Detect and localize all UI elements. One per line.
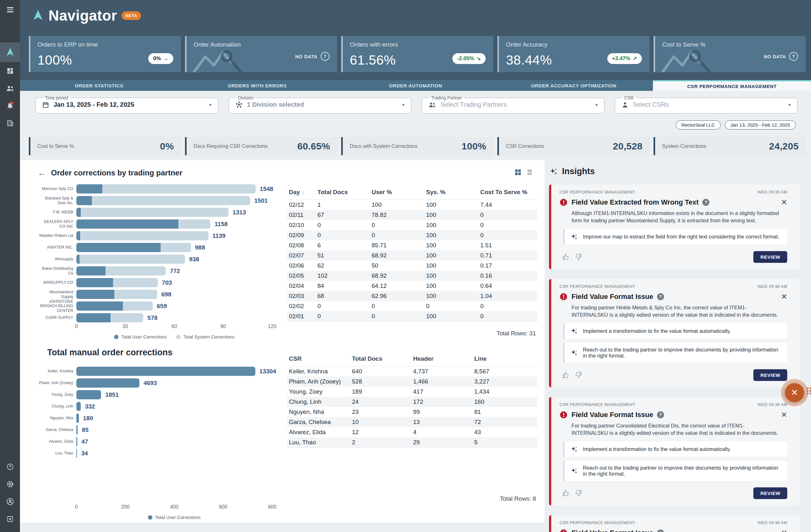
kpi-orders-to-erp[interactable]: Orders to ERP on time 100% 0%→ xyxy=(29,36,181,72)
user-corrections-bar[interactable] xyxy=(76,413,79,423)
table-row[interactable]: Nguyen, Nha 23 99 81 xyxy=(287,407,537,417)
chart-bar-row[interactable]: Winsupply 938 xyxy=(38,253,291,265)
user-corrections-bar[interactable] xyxy=(76,437,77,446)
sidebar-item-navigator[interactable] xyxy=(0,43,20,62)
review-button[interactable]: REVIEW xyxy=(753,251,787,263)
stacked-bar[interactable] xyxy=(76,290,157,299)
stacked-bar[interactable] xyxy=(76,255,185,264)
chart-bar-row[interactable]: Luu, Thao 34 xyxy=(38,448,291,459)
user-corrections-bar[interactable] xyxy=(76,402,81,411)
close-icon[interactable]: ✕ xyxy=(781,411,787,419)
help-icon[interactable]: ? xyxy=(789,52,798,61)
chart-bar-row[interactable]: CARR SUPPLY 578 xyxy=(38,312,291,324)
stacked-bar[interactable] xyxy=(76,266,166,276)
grid-view-icon[interactable] xyxy=(515,169,521,175)
notifications-bell-icon[interactable] xyxy=(0,97,20,114)
column-csr[interactable]: CSR xyxy=(287,355,350,362)
column-user-pct[interactable]: User % xyxy=(370,189,424,196)
chart-bar-row[interactable]: Chung, Linh 332 xyxy=(38,401,291,412)
table-row[interactable]: 02/06 62 50 100 0.17 xyxy=(287,261,537,271)
back-arrow-icon[interactable]: ← xyxy=(38,169,46,177)
table-row[interactable]: 02/12 1 100 100 7.44 xyxy=(287,200,537,210)
time-period-select[interactable]: Time period Jan 13, 2025 - Feb 12, 2025 … xyxy=(35,95,218,114)
kpi-cost-to-serve[interactable]: Cost to Serve % NO DATA ? xyxy=(654,36,806,72)
drag-handle-icon[interactable] xyxy=(807,388,811,394)
chart-bar-row[interactable]: Mountainland Supply 698 xyxy=(38,288,291,300)
column-day[interactable]: Day↓ xyxy=(287,189,316,196)
table-row[interactable]: Garza, Chelsea 10 13 72 xyxy=(287,417,537,427)
user-corrections-bar[interactable] xyxy=(76,390,101,399)
close-icon[interactable]: ✕ xyxy=(781,199,787,206)
table-row[interactable]: Pham, Anh (Zooey) 528 1,466 3,227 xyxy=(287,376,537,387)
column-header[interactable]: Header xyxy=(411,355,472,362)
table-row[interactable]: Keller, Krishna 640 4,737 8,567 xyxy=(287,366,537,376)
exit-app-icon[interactable] xyxy=(0,510,20,528)
table-row[interactable]: Alvarez, Elida 12 4 43 xyxy=(287,427,537,437)
tab-orders-with-errors[interactable]: ORDERS WITH ERRORS xyxy=(178,80,336,91)
help-icon[interactable]: ? xyxy=(657,411,664,418)
tab-order-automation[interactable]: ORDER AUTOMATION xyxy=(336,80,494,91)
list-view-icon[interactable] xyxy=(527,169,533,175)
sidebar-item-dashboard[interactable] xyxy=(0,62,20,79)
chip-date-range[interactable]: Jan 13, 2025 - Feb 12, 2025 xyxy=(725,120,796,129)
table-row[interactable]: Luu, Thao 2 29 5 xyxy=(287,437,537,448)
column-cost-to-serve[interactable]: Cost To Serve % xyxy=(478,189,535,196)
thumbs-down-icon[interactable] xyxy=(575,489,582,497)
sidebar-item-users[interactable] xyxy=(0,79,20,97)
trading-partner-select[interactable]: Trading Partner Select Trading Partners … xyxy=(421,95,605,114)
tab-order-accuracy-optimization[interactable]: ORDER ACCURACY OPTIMIZATION xyxy=(494,80,653,91)
stacked-bar[interactable] xyxy=(76,231,209,240)
table-row[interactable]: Young, Zoey 189 417 1,434 xyxy=(287,387,537,397)
help-icon[interactable]: ? xyxy=(321,52,330,61)
stacked-bar[interactable] xyxy=(76,208,228,217)
chart-bar-row[interactable]: Keller, Krishna 13304 xyxy=(38,365,291,377)
thumbs-up-icon[interactable] xyxy=(563,372,570,378)
review-button[interactable]: REVIEW xyxy=(753,369,787,381)
csr-select[interactable]: CSR Select CSRs ▾ xyxy=(615,95,798,114)
column-sys-pct[interactable]: Sys. % xyxy=(424,189,478,196)
column-total-docs[interactable]: Total Docs xyxy=(316,189,370,196)
thumbs-down-icon[interactable] xyxy=(575,372,582,378)
chart-bar-row[interactable]: F.W. WEBB 1313 xyxy=(38,206,291,218)
table-row[interactable]: 02/09 0 0 100 0 xyxy=(287,230,537,240)
thumbs-up-icon[interactable] xyxy=(563,253,570,260)
help-icon[interactable]: ? xyxy=(657,530,664,532)
table-row[interactable]: 02/03 68 62.96 100 1.04 xyxy=(287,291,537,301)
table-row[interactable]: 02/01 0 0 100 0 xyxy=(287,311,537,322)
close-icon[interactable]: ✕ xyxy=(781,293,787,300)
stacked-bar[interactable] xyxy=(76,243,191,252)
table-row[interactable]: 02/10 0 0 100 0 xyxy=(287,220,537,230)
chart-bar-row[interactable]: Baker Distributing Co 772 xyxy=(38,265,291,277)
chart-bar-row[interactable]: Alvarez, Elida 47 xyxy=(38,436,291,448)
suggestion-item[interactable]: Improve our map to extract the field fro… xyxy=(563,229,787,245)
suggestion-item[interactable]: Implement a transformation to fix the va… xyxy=(563,323,787,339)
chart-bar-row[interactable]: Morrison Sply CO 1548 xyxy=(38,183,291,195)
kpi-order-automation[interactable]: Order Automation NO DATA ? xyxy=(185,36,337,72)
close-icon[interactable]: ✕ xyxy=(781,529,787,532)
stacked-bar[interactable] xyxy=(76,313,143,322)
stacked-bar[interactable] xyxy=(76,301,153,311)
chart-bar-row[interactable]: WINSUPPLY CO 703 xyxy=(38,277,291,288)
help-icon[interactable]: ? xyxy=(0,458,20,475)
division-select[interactable]: Division 1 Division selected ▾ xyxy=(228,95,412,114)
suggestion-item[interactable]: Implement a transformation to fix the va… xyxy=(563,441,787,457)
table-row[interactable]: 02/04 84 64.12 100 0.64 xyxy=(287,281,537,291)
help-icon[interactable]: ? xyxy=(657,293,664,300)
user-corrections-bar[interactable] xyxy=(76,449,77,458)
chip-trading-partner[interactable]: RectorSeal LLC xyxy=(676,120,721,129)
help-icon[interactable]: ? xyxy=(702,199,709,206)
menu-icon[interactable] xyxy=(0,5,20,15)
chart-bar-row[interactable]: Young, Zoey 1851 xyxy=(38,389,291,401)
table-row[interactable]: 02/05 102 68.92 100 0.16 xyxy=(287,271,537,281)
chart-bar-row[interactable]: Garza, Chelsea 85 xyxy=(38,424,291,436)
thumbs-up-icon[interactable] xyxy=(563,489,570,497)
chart-bar-row[interactable]: Nguyen, Nha 180 xyxy=(38,412,291,424)
kpi-order-accuracy[interactable]: Order Accuracy 38.44% +3.47%↗ xyxy=(498,36,649,72)
suggestion-item[interactable]: Reach out to the trading partner to impr… xyxy=(563,343,787,363)
column-line[interactable]: Line xyxy=(472,355,535,362)
chart-bar-row[interactable]: Standard Sply & Distr Inc. 1501 xyxy=(38,195,291,206)
account-icon[interactable] xyxy=(0,493,20,510)
kpi-orders-with-errors[interactable]: Orders with errors 61.56% -2.05%↘ xyxy=(341,36,493,72)
table-row[interactable]: 02/08 6 85.71 100 1.51 xyxy=(287,240,537,250)
review-button[interactable]: REVIEW xyxy=(753,487,787,499)
